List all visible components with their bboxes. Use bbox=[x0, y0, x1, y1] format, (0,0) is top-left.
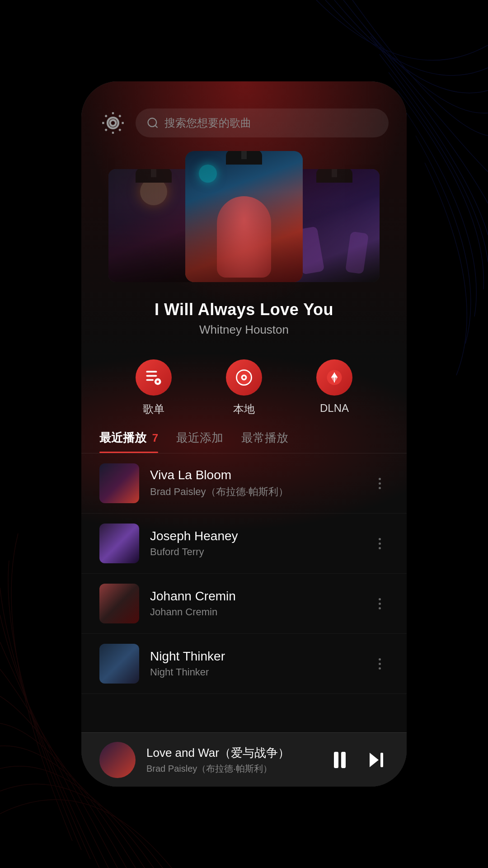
tab-most-play[interactable]: 最常播放 bbox=[241, 430, 288, 453]
vinyl-top-center bbox=[226, 151, 262, 165]
album-art-right bbox=[289, 169, 380, 282]
search-icon bbox=[146, 117, 159, 129]
playlist-icon-wrap bbox=[136, 359, 172, 396]
more-button[interactable] bbox=[371, 478, 389, 489]
carousel-item-center[interactable] bbox=[185, 151, 303, 282]
svg-marker-13 bbox=[370, 753, 379, 767]
phone-shell: 搜索您想要的歌曲 bbox=[81, 81, 407, 787]
now-playing-thumb bbox=[99, 742, 136, 778]
settings-button[interactable] bbox=[99, 109, 127, 137]
carousel bbox=[81, 146, 407, 291]
song-thumb bbox=[99, 463, 139, 503]
search-bar[interactable]: 搜索您想要的歌曲 bbox=[136, 108, 389, 137]
more-button[interactable] bbox=[371, 658, 389, 670]
song-title: Viva La Bloom bbox=[150, 468, 360, 482]
tab-recent-play[interactable]: 最近播放 7 bbox=[99, 430, 158, 453]
svg-rect-5 bbox=[146, 379, 154, 381]
song-item[interactable]: Johann Cremin Johann Cremin bbox=[81, 574, 407, 634]
svg-point-0 bbox=[110, 120, 116, 126]
local-icon bbox=[234, 368, 254, 387]
pause-button[interactable] bbox=[327, 747, 352, 773]
song-info: Johann Cremin Johann Cremin bbox=[150, 589, 360, 618]
pause-icon bbox=[334, 752, 346, 768]
now-playing-bar[interactable]: Love and War（爱与战争） Brad Paisley（布拉德·帕斯利） bbox=[81, 732, 407, 787]
playlist-label: 歌单 bbox=[143, 402, 164, 416]
song-info: Night Thinker Night Thinker bbox=[150, 649, 360, 678]
category-local[interactable]: 本地 bbox=[226, 359, 262, 416]
svg-point-7 bbox=[156, 380, 159, 383]
playlist-icon bbox=[144, 368, 164, 387]
category-dlna[interactable]: DLNA bbox=[316, 359, 352, 416]
song-item[interactable]: Viva La Bloom Brad Paisley（布拉德·帕斯利） bbox=[81, 453, 407, 514]
svg-point-10 bbox=[243, 376, 245, 379]
skip-icon bbox=[365, 749, 387, 771]
vinyl-top-left bbox=[136, 169, 172, 183]
search-placeholder: 搜索您想要的歌曲 bbox=[164, 116, 251, 130]
dlna-icon-wrap bbox=[316, 359, 352, 396]
song-title: Johann Cremin bbox=[150, 589, 360, 604]
now-playing-info: Love and War（爱与战争） Brad Paisley（布拉德·帕斯利） bbox=[146, 745, 316, 775]
vinyl-top-right bbox=[316, 169, 352, 183]
phone-screen: 搜索您想要的歌曲 bbox=[81, 81, 407, 787]
song-artist: Brad Paisley（布拉德·帕斯利） bbox=[150, 485, 360, 499]
song-item[interactable]: Joseph Heaney Buford Terry bbox=[81, 514, 407, 574]
song-title: Night Thinker bbox=[150, 649, 360, 664]
carousel-song-title: I Will Always Love You bbox=[99, 300, 389, 319]
tabs-row: 最近播放 7 最近添加 最常播放 bbox=[81, 425, 407, 453]
song-info: Joseph Heaney Buford Terry bbox=[150, 529, 360, 558]
song-thumb bbox=[99, 524, 139, 563]
tab-recent-add[interactable]: 最近添加 bbox=[176, 430, 223, 453]
song-thumb bbox=[99, 644, 139, 684]
song-item[interactable]: Night Thinker Night Thinker bbox=[81, 634, 407, 694]
song-artist: Johann Cremin bbox=[150, 606, 360, 618]
svg-point-2 bbox=[148, 118, 157, 127]
top-bar: 搜索您想要的歌曲 bbox=[81, 81, 407, 146]
carousel-artist-name: Whitney Houston bbox=[99, 323, 389, 337]
category-row: 歌单 本地 bbox=[81, 341, 407, 425]
local-label: 本地 bbox=[233, 402, 255, 416]
song-thumb bbox=[99, 584, 139, 623]
song-artist: Night Thinker bbox=[150, 666, 360, 678]
skip-button[interactable] bbox=[363, 747, 389, 773]
song-list: Viva La Bloom Brad Paisley（布拉德·帕斯利） Jos bbox=[81, 453, 407, 732]
carousel-song-info: I Will Always Love You Whitney Houston bbox=[81, 291, 407, 341]
album-art-center bbox=[185, 151, 303, 282]
more-button[interactable] bbox=[371, 598, 389, 609]
song-artist: Buford Terry bbox=[150, 546, 360, 558]
svg-rect-3 bbox=[146, 371, 157, 373]
more-button[interactable] bbox=[371, 538, 389, 549]
dlna-label: DLNA bbox=[320, 402, 349, 415]
app-content: 搜索您想要的歌曲 bbox=[81, 81, 407, 787]
now-playing-title: Love and War（爱与战争） bbox=[146, 745, 316, 761]
dlna-icon bbox=[324, 368, 344, 387]
song-title: Joseph Heaney bbox=[150, 529, 360, 543]
local-icon-wrap bbox=[226, 359, 262, 396]
carousel-item-right[interactable] bbox=[289, 169, 380, 282]
svg-rect-4 bbox=[146, 375, 157, 377]
now-playing-artist: Brad Paisley（布拉德·帕斯利） bbox=[146, 763, 316, 775]
song-info: Viva La Bloom Brad Paisley（布拉德·帕斯利） bbox=[150, 468, 360, 499]
playback-controls bbox=[327, 747, 389, 773]
svg-rect-14 bbox=[380, 753, 383, 767]
category-playlist[interactable]: 歌单 bbox=[136, 359, 172, 416]
